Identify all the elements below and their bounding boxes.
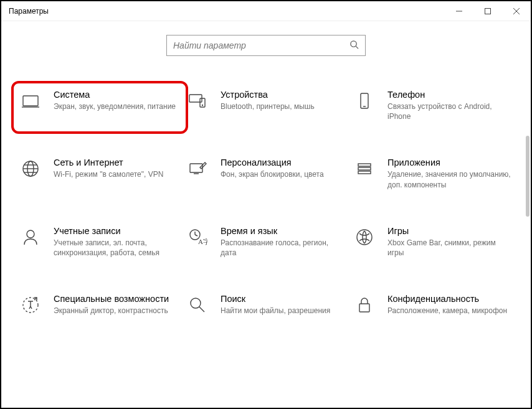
tile-title: Персонализация [221,157,344,167]
tile-title: Система [54,90,177,100]
tile-title: Учетные записи [54,226,177,236]
minimize-button[interactable] [445,1,473,21]
time-language-icon: A字 [186,227,209,251]
tile-desc: Фон, экран блокировки, цвета [221,169,344,179]
search-icon [349,40,359,52]
tile-apps[interactable]: Приложения Удаление, значения по умолчан… [353,157,515,189]
ease-of-access-icon [19,295,42,319]
svg-rect-20 [358,164,371,166]
tile-title: Приложения [387,157,511,167]
tile-desc: Распознавание голоса, регион, дата [221,238,344,258]
svg-rect-1 [485,8,491,14]
tile-title: Время и язык [221,226,344,236]
tile-title: Сеть и Интернет [54,157,177,167]
svg-rect-22 [358,171,371,174]
svg-point-10 [202,105,203,106]
tile-ease[interactable]: Специальные возможности Экранный диктор,… [19,294,181,319]
tile-title: Телефон [387,90,511,100]
tile-desc: Bluetooth, принтеры, мышь [221,101,344,111]
tile-desc: Связать устройство с Android, iPhone [387,101,511,121]
tile-personalization[interactable]: Персонализация Фон, экран блокировки, цв… [186,157,348,189]
tile-privacy[interactable]: Конфиденциальность Расположение, камера,… [353,294,515,319]
apps-icon [353,159,376,182]
devices-icon [186,91,209,115]
window-title: Параметры [9,7,445,16]
svg-rect-6 [23,96,38,106]
tile-time[interactable]: A字 Время и язык Распознавание голоса, ре… [186,226,348,258]
tile-gaming[interactable]: Игры Xbox Game Bar, снимки, режим игры [353,226,515,258]
tile-desc: Экранный диктор, контрастность [54,306,177,316]
tile-search[interactable]: Поиск Найти мои файлы, разрешения [186,294,348,319]
accounts-icon [19,227,42,251]
tile-title: Специальные возможности [54,294,177,304]
svg-point-23 [27,230,34,238]
tile-desc: Найти мои файлы, разрешения [221,306,344,316]
maximize-button[interactable] [473,1,502,21]
svg-point-4 [351,40,356,46]
tile-desc: Расположение, камера, микрофон [387,306,511,316]
search-row [1,21,531,73]
tile-title: Конфиденциальность [387,294,511,304]
svg-rect-21 [358,167,371,170]
globe-icon [19,159,42,182]
search-input[interactable] [173,40,349,50]
svg-line-5 [356,46,358,49]
tile-desc: Удаление, значения по умолчанию, доп. ко… [387,169,511,189]
tile-accounts[interactable]: Учетные записи Учетные записи, эл. почта… [19,226,181,258]
system-icon [19,91,42,115]
tile-title: Игры [387,226,511,236]
tile-title: Устройства [221,90,344,100]
gaming-icon [353,227,376,251]
search-category-icon [186,295,209,319]
svg-point-28 [357,230,372,245]
svg-line-32 [199,307,204,312]
tile-desc: Xbox Game Bar, снимки, режим игры [387,238,511,258]
settings-grid: Система Экран, звук, уведомления, питани… [1,73,531,319]
tile-title: Поиск [221,294,344,304]
search-box[interactable] [166,35,366,56]
svg-rect-33 [359,304,369,312]
svg-text:A字: A字 [198,238,207,245]
close-button[interactable] [502,1,531,21]
personalization-icon [186,159,209,182]
window-controls [445,1,531,21]
tile-desc: Экран, звук, уведомления, питание [54,101,177,111]
lock-icon [353,295,376,319]
tile-phone[interactable]: Телефон Связать устройство с Android, iP… [353,90,515,121]
content-area: Система Экран, звук, уведомления, питани… [1,73,531,409]
tile-desc: Учетные записи, эл. почта, синхронизация… [54,238,177,258]
tile-system[interactable]: Система Экран, звук, уведомления, питани… [11,81,188,134]
phone-icon [353,91,376,115]
titlebar: Параметры [1,1,531,21]
tile-network[interactable]: Сеть и Интернет Wi-Fi, режим "в самолете… [19,157,181,189]
svg-line-26 [195,235,197,236]
scrollbar[interactable] [526,136,530,217]
tile-desc: Wi-Fi, режим "в самолете", VPN [54,169,177,179]
tile-devices[interactable]: Устройства Bluetooth, принтеры, мышь [186,90,348,121]
svg-point-31 [191,298,201,308]
